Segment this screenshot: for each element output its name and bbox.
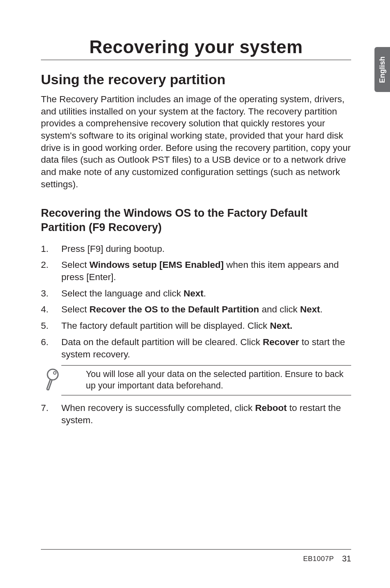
- steps-list: Press [F9] during bootup. Select Windows…: [41, 243, 351, 361]
- note-text: You will lose all your data on the selec…: [86, 369, 343, 391]
- steps-list-cont: When recovery is successfully completed,…: [41, 402, 351, 426]
- step-1: Press [F9] during bootup.: [41, 243, 351, 255]
- note-block: You will lose all your data on the selec…: [61, 365, 351, 395]
- footer-model: EB1007P: [303, 555, 334, 563]
- subsection-heading: Recovering the Windows OS to the Factory…: [41, 206, 351, 235]
- section-heading: Using the recovery partition: [41, 72, 351, 88]
- footer-rule: [41, 549, 351, 550]
- page-title: Recovering your system: [41, 37, 351, 60]
- svg-point-0: [47, 369, 58, 380]
- footer-page-number: 31: [342, 554, 351, 563]
- step-5: The factory default partition will be di…: [41, 320, 351, 332]
- step-4: Select Recover the OS to the Default Par…: [41, 303, 351, 316]
- step-7: When recovery is successfully completed,…: [41, 402, 351, 426]
- magnifier-icon: [43, 368, 62, 391]
- language-tab-label: English: [378, 56, 387, 83]
- language-tab: English: [374, 47, 390, 92]
- step-3: Select the language and click Next.: [41, 287, 351, 300]
- step-6: Data on the default partition will be cl…: [41, 336, 351, 360]
- step-2: Select Windows setup [EMS Enabled] when …: [41, 259, 351, 283]
- page-footer: EB1007P 31: [303, 554, 351, 563]
- intro-paragraph: The Recovery Partition includes an image…: [41, 93, 351, 191]
- svg-point-1: [54, 372, 56, 374]
- page-content: Recovering your system Using the recover…: [0, 0, 390, 455]
